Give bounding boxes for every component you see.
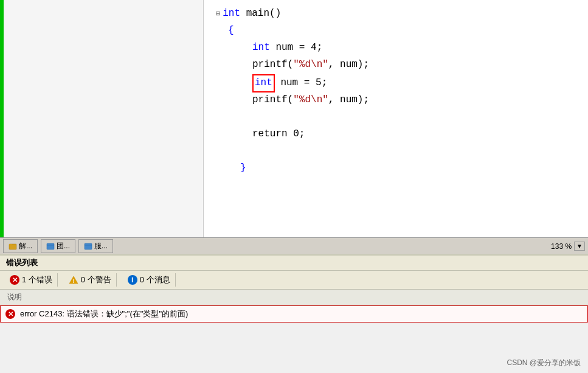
code-num5: num = 5; (275, 75, 327, 91)
code-line-int-num-4: int num = 4; (252, 40, 576, 57)
error-count-icon: ✕ (10, 275, 19, 285)
team-label: 团... (57, 241, 70, 251)
zoom-value: 133 % (551, 242, 572, 251)
error-row-icon: ✕ (5, 309, 15, 319)
code-content[interactable]: ⊟ int main() { int num = 4; printf( "%d\… (204, 0, 588, 237)
warning-count-label: 0 个警告 (81, 274, 111, 285)
solution-label: 解... (19, 241, 32, 251)
svg-text:!: ! (72, 278, 74, 284)
info-count[interactable]: i 0 个消息 (123, 273, 176, 287)
code-line-int-num-5: int num = 5; (252, 74, 576, 92)
error-toolbar: ✕ 1 个错误 ! 0 个警告 i 0 个消息 (0, 271, 588, 290)
printf-1-prefix: printf( (252, 57, 293, 73)
printf-1-suffix: , num); (328, 57, 369, 73)
code-line-open-brace: { (228, 23, 576, 40)
info-count-label: 0 个消息 (140, 274, 170, 285)
code-return: return 0; (252, 127, 305, 142)
svg-rect-2 (47, 243, 54, 249)
folder-icon (9, 242, 17, 251)
printf-2-suffix: , num); (328, 92, 369, 108)
warning-count[interactable]: ! 0 个警告 (64, 273, 117, 287)
code-line-main: ⊟ int main() (216, 6, 576, 23)
error-row-description: error C2143: 语法错误：缺少";"(在"类型"的前面) (20, 309, 583, 319)
server-label: 服... (94, 241, 108, 251)
server-panel-button[interactable]: 服... (78, 239, 113, 253)
status-bar: 解... 团... 服... 133 % ▼ (0, 237, 588, 254)
warning-icon: ! (69, 275, 78, 285)
server-icon (84, 242, 92, 251)
error-table-header: 说明 (0, 290, 588, 305)
keyword-int-highlighted: int (252, 74, 275, 92)
watermark: CSDN @爱分享的米饭 (507, 358, 581, 368)
code-line-return: return 0; (252, 127, 576, 144)
error-count-label: 1 个错误 (22, 274, 52, 285)
team-panel-button[interactable]: 团... (41, 239, 75, 253)
svg-rect-4 (85, 243, 92, 249)
keyword-int-main: int (223, 6, 240, 22)
error-row-1[interactable]: ✕ error C2143: 语法错误：缺少";"(在"类型"的前面) (0, 305, 588, 322)
collapse-icon[interactable]: ⊟ (216, 9, 220, 20)
open-brace: { (228, 23, 234, 39)
watermark-text: CSDN @爱分享的米饭 (507, 358, 581, 367)
printf-2-prefix: printf( (252, 92, 293, 108)
error-panel: 错误列表 ✕ 1 个错误 ! 0 个警告 i 0 个消息 说明 ✕ (0, 254, 588, 322)
team-icon (46, 242, 55, 251)
svg-rect-1 (9, 244, 12, 245)
printf-2-format: "%d\n" (293, 92, 328, 108)
info-icon: i (128, 275, 137, 285)
line-gutter (0, 0, 204, 237)
zoom-area: 133 % ▼ (551, 242, 585, 251)
printf-1-format: "%d\n" (293, 57, 328, 73)
code-line-blank2 (216, 144, 576, 161)
green-bar (0, 0, 4, 237)
code-line-blank (216, 110, 576, 127)
zoom-dropdown-button[interactable]: ▼ (574, 242, 585, 251)
code-line-printf-1: printf( "%d\n" , num); (252, 57, 576, 74)
code-line-printf-2: printf( "%d\n" , num); (252, 92, 576, 110)
close-brace: } (240, 161, 246, 176)
code-num4: num = 4; (270, 40, 322, 56)
code-main-signature: main() (240, 6, 281, 22)
error-count[interactable]: ✕ 1 个错误 (5, 273, 58, 287)
header-description: 说明 (5, 291, 34, 304)
error-panel-title: 错误列表 (0, 256, 588, 271)
keyword-int-1: int (252, 40, 270, 56)
solution-panel-button[interactable]: 解... (3, 239, 38, 253)
editor-area: ⊟ int main() { int num = 4; printf( "%d\… (0, 0, 588, 237)
code-line-close-brace: } (240, 161, 576, 178)
